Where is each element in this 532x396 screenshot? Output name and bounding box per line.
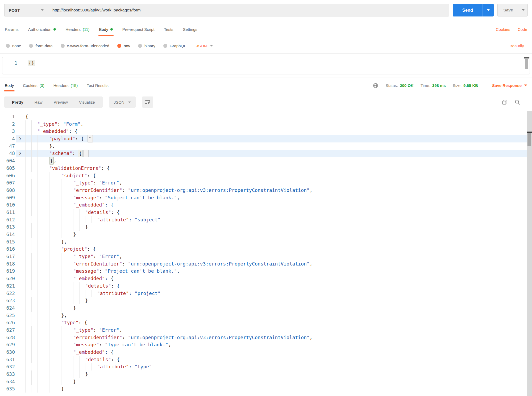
token-punctuation: : { bbox=[111, 209, 120, 216]
status-value: 200 OK bbox=[400, 83, 414, 88]
cookies-link[interactable]: Cookies bbox=[496, 27, 510, 32]
line-number: 633 bbox=[0, 370, 15, 378]
wrap-lines-button[interactable] bbox=[142, 96, 153, 108]
radio-none[interactable]: none bbox=[6, 44, 21, 48]
tab-params[interactable]: Params bbox=[5, 20, 19, 38]
token-key: "payload" bbox=[49, 135, 75, 142]
response-language-select[interactable]: JSON bbox=[109, 96, 136, 108]
save-button[interactable]: Save bbox=[497, 4, 519, 16]
fold-gutter bbox=[15, 223, 25, 231]
line-number: 605 bbox=[0, 165, 15, 172]
token-punctuation: } bbox=[85, 223, 88, 231]
token-string: "subject" bbox=[135, 216, 161, 224]
radio-graphql[interactable]: GraphQL bbox=[163, 44, 186, 48]
token-string: "Type can't be blank." bbox=[105, 341, 168, 348]
token-punctuation: , bbox=[54, 157, 57, 165]
matched-bracket: } bbox=[49, 157, 54, 165]
indent-guides bbox=[25, 172, 61, 179]
radio-form-data[interactable]: form-data bbox=[29, 44, 52, 48]
line-number: 626 bbox=[0, 319, 15, 326]
chevron-down-icon bbox=[487, 9, 490, 11]
code-line: 631"details": { bbox=[0, 356, 532, 363]
radio-raw[interactable]: raw bbox=[117, 44, 130, 48]
tab-settings[interactable]: Settings bbox=[183, 20, 197, 38]
beautify-link[interactable]: Beautify bbox=[510, 44, 524, 48]
code-line: 610"_embedded": { bbox=[0, 201, 532, 209]
radio-icon bbox=[6, 44, 10, 48]
response-scrollbar-thumb[interactable] bbox=[527, 133, 531, 146]
fold-gutter bbox=[15, 113, 25, 120]
indent-guides bbox=[25, 120, 37, 128]
view-switcher: Pretty Raw Preview Visualize bbox=[4, 96, 103, 108]
tab-headers[interactable]: Headers (11) bbox=[65, 20, 89, 38]
code-link[interactable]: Code bbox=[518, 27, 527, 32]
tab-authorization[interactable]: Authorization bbox=[28, 20, 56, 38]
token-key: "type" bbox=[61, 319, 78, 326]
indent-guides bbox=[25, 201, 73, 209]
editor-scrollbar-cap bbox=[524, 57, 529, 58]
fold-gutter bbox=[15, 319, 25, 326]
indent-guides bbox=[25, 334, 73, 341]
request-body-editor[interactable]: 1 {} bbox=[2, 57, 530, 74]
view-pretty[interactable]: Pretty bbox=[6, 100, 29, 104]
fold-arrow-icon[interactable]: ❯ bbox=[15, 150, 25, 157]
matched-bracket: { bbox=[78, 150, 82, 157]
response-tab-body[interactable]: Body bbox=[5, 78, 14, 93]
token-punctuation: : { bbox=[87, 245, 96, 253]
radio-binary[interactable]: binary bbox=[138, 44, 155, 48]
code-line: 607"_type": "Error", bbox=[0, 179, 532, 187]
token-key: "details" bbox=[85, 282, 111, 290]
collapsed-ellipsis[interactable]: ⋯ bbox=[83, 150, 89, 157]
token-punctuation: : bbox=[129, 290, 135, 297]
fold-arrow-icon[interactable]: ❯ bbox=[15, 135, 25, 142]
token-punctuation: : bbox=[93, 326, 99, 334]
response-tab-cookies[interactable]: Cookies (3) bbox=[23, 78, 44, 93]
token-punctuation: , bbox=[168, 341, 171, 348]
body-type-row: none form-data x-www-form-urlencoded raw… bbox=[0, 38, 532, 54]
line-number: 609 bbox=[0, 194, 15, 201]
language-label: JSON bbox=[114, 100, 124, 104]
line-number: 628 bbox=[0, 334, 15, 341]
editor-scrollbar-thumb[interactable] bbox=[525, 59, 528, 69]
tab-label: Body bbox=[99, 27, 108, 32]
token-punctuation: } bbox=[73, 378, 76, 385]
fold-gutter bbox=[15, 238, 25, 246]
view-raw[interactable]: Raw bbox=[29, 100, 48, 104]
save-response-button[interactable]: Save Response bbox=[492, 83, 527, 88]
request-panel: POST http://localhost:3000/api/v3/work_p… bbox=[0, 0, 532, 78]
send-options-button[interactable] bbox=[483, 4, 494, 16]
fold-gutter bbox=[15, 326, 25, 334]
response-scrollbar-track[interactable] bbox=[527, 111, 532, 396]
fold-gutter bbox=[15, 245, 25, 253]
token-string: "Project can't be blank." bbox=[105, 267, 177, 275]
response-tab-test-results[interactable]: Test Results bbox=[87, 78, 109, 93]
tab-label: Pre-request Script bbox=[122, 27, 155, 32]
save-options-button[interactable] bbox=[519, 4, 528, 16]
token-key: "details" bbox=[85, 356, 111, 363]
indent-guides bbox=[25, 142, 49, 150]
copy-button[interactable] bbox=[502, 99, 508, 105]
indent-guides bbox=[25, 194, 73, 201]
view-visualize[interactable]: Visualize bbox=[73, 100, 101, 104]
tab-body[interactable]: Body bbox=[99, 20, 113, 38]
view-preview[interactable]: Preview bbox=[48, 100, 73, 104]
send-button[interactable]: Send bbox=[453, 4, 483, 16]
url-input[interactable]: http://localhost:3000/api/v3/work_packag… bbox=[48, 4, 449, 16]
response-tab-headers[interactable]: Headers (15) bbox=[53, 78, 78, 93]
code-line: 612"attribute": "subject" bbox=[0, 216, 532, 224]
tab-tests[interactable]: Tests bbox=[164, 20, 173, 38]
body-language-select[interactable]: JSON bbox=[196, 44, 213, 48]
code-line: 609"message": "Subject can't be blank.", bbox=[0, 194, 532, 201]
tab-pre-request-script[interactable]: Pre-request Script bbox=[122, 20, 155, 38]
line-number: 606 bbox=[0, 172, 15, 179]
code-line: 608"errorIdentifier": "urn:openproject-o… bbox=[0, 187, 532, 194]
method-select[interactable]: POST bbox=[4, 4, 48, 16]
radio-x-www-form-urlencoded[interactable]: x-www-form-urlencoded bbox=[61, 44, 109, 48]
search-button[interactable] bbox=[514, 99, 520, 105]
collapsed-ellipsis[interactable]: ⋯ bbox=[88, 135, 93, 142]
fold-gutter bbox=[15, 312, 25, 319]
line-number: 631 bbox=[0, 356, 15, 363]
line-number: 634 bbox=[0, 378, 15, 385]
token-key: "attribute" bbox=[97, 290, 129, 297]
token-punctuation: : { bbox=[105, 201, 114, 209]
